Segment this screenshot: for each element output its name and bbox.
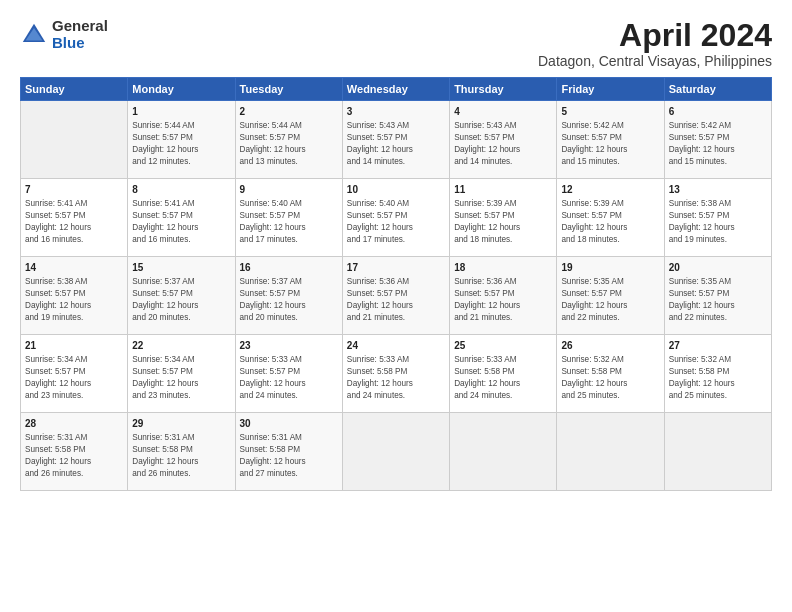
table-row xyxy=(450,413,557,491)
day-info: Sunrise: 5:42 AM Sunset: 5:57 PM Dayligh… xyxy=(561,121,627,166)
day-number: 17 xyxy=(347,261,445,275)
day-number: 8 xyxy=(132,183,230,197)
day-number: 1 xyxy=(132,105,230,119)
day-number: 27 xyxy=(669,339,767,353)
table-row: 4Sunrise: 5:43 AM Sunset: 5:57 PM Daylig… xyxy=(450,101,557,179)
day-number: 9 xyxy=(240,183,338,197)
logo-icon xyxy=(20,21,48,49)
day-number: 26 xyxy=(561,339,659,353)
day-info: Sunrise: 5:36 AM Sunset: 5:57 PM Dayligh… xyxy=(454,277,520,322)
day-info: Sunrise: 5:39 AM Sunset: 5:57 PM Dayligh… xyxy=(561,199,627,244)
table-row: 15Sunrise: 5:37 AM Sunset: 5:57 PM Dayli… xyxy=(128,257,235,335)
table-row: 24Sunrise: 5:33 AM Sunset: 5:58 PM Dayli… xyxy=(342,335,449,413)
day-info: Sunrise: 5:39 AM Sunset: 5:57 PM Dayligh… xyxy=(454,199,520,244)
day-info: Sunrise: 5:38 AM Sunset: 5:57 PM Dayligh… xyxy=(25,277,91,322)
day-number: 14 xyxy=(25,261,123,275)
header-wednesday: Wednesday xyxy=(342,78,449,101)
table-row: 3Sunrise: 5:43 AM Sunset: 5:57 PM Daylig… xyxy=(342,101,449,179)
table-row: 5Sunrise: 5:42 AM Sunset: 5:57 PM Daylig… xyxy=(557,101,664,179)
logo-blue: Blue xyxy=(52,35,108,52)
header-tuesday: Tuesday xyxy=(235,78,342,101)
header-monday: Monday xyxy=(128,78,235,101)
header-thursday: Thursday xyxy=(450,78,557,101)
day-number: 12 xyxy=(561,183,659,197)
logo: General Blue xyxy=(20,18,108,51)
table-row: 1Sunrise: 5:44 AM Sunset: 5:57 PM Daylig… xyxy=(128,101,235,179)
day-info: Sunrise: 5:33 AM Sunset: 5:57 PM Dayligh… xyxy=(240,355,306,400)
page: General Blue April 2024 Datagon, Central… xyxy=(0,0,792,612)
table-row xyxy=(557,413,664,491)
table-row: 6Sunrise: 5:42 AM Sunset: 5:57 PM Daylig… xyxy=(664,101,771,179)
table-row: 7Sunrise: 5:41 AM Sunset: 5:57 PM Daylig… xyxy=(21,179,128,257)
table-row: 9Sunrise: 5:40 AM Sunset: 5:57 PM Daylig… xyxy=(235,179,342,257)
table-row: 30Sunrise: 5:31 AM Sunset: 5:58 PM Dayli… xyxy=(235,413,342,491)
day-info: Sunrise: 5:44 AM Sunset: 5:57 PM Dayligh… xyxy=(240,121,306,166)
day-number: 15 xyxy=(132,261,230,275)
subtitle: Datagon, Central Visayas, Philippines xyxy=(538,53,772,69)
day-number: 29 xyxy=(132,417,230,431)
table-row: 28Sunrise: 5:31 AM Sunset: 5:58 PM Dayli… xyxy=(21,413,128,491)
month-title: April 2024 xyxy=(538,18,772,53)
day-number: 21 xyxy=(25,339,123,353)
day-info: Sunrise: 5:36 AM Sunset: 5:57 PM Dayligh… xyxy=(347,277,413,322)
day-number: 24 xyxy=(347,339,445,353)
day-info: Sunrise: 5:32 AM Sunset: 5:58 PM Dayligh… xyxy=(561,355,627,400)
week-row-5: 28Sunrise: 5:31 AM Sunset: 5:58 PM Dayli… xyxy=(21,413,772,491)
table-row: 23Sunrise: 5:33 AM Sunset: 5:57 PM Dayli… xyxy=(235,335,342,413)
table-row xyxy=(664,413,771,491)
day-info: Sunrise: 5:44 AM Sunset: 5:57 PM Dayligh… xyxy=(132,121,198,166)
table-row: 14Sunrise: 5:38 AM Sunset: 5:57 PM Dayli… xyxy=(21,257,128,335)
day-info: Sunrise: 5:40 AM Sunset: 5:57 PM Dayligh… xyxy=(347,199,413,244)
table-row: 12Sunrise: 5:39 AM Sunset: 5:57 PM Dayli… xyxy=(557,179,664,257)
logo-text: General Blue xyxy=(52,18,108,51)
table-row: 26Sunrise: 5:32 AM Sunset: 5:58 PM Dayli… xyxy=(557,335,664,413)
day-info: Sunrise: 5:37 AM Sunset: 5:57 PM Dayligh… xyxy=(132,277,198,322)
week-row-3: 14Sunrise: 5:38 AM Sunset: 5:57 PM Dayli… xyxy=(21,257,772,335)
table-row: 8Sunrise: 5:41 AM Sunset: 5:57 PM Daylig… xyxy=(128,179,235,257)
day-number: 22 xyxy=(132,339,230,353)
day-info: Sunrise: 5:33 AM Sunset: 5:58 PM Dayligh… xyxy=(454,355,520,400)
table-row: 17Sunrise: 5:36 AM Sunset: 5:57 PM Dayli… xyxy=(342,257,449,335)
day-info: Sunrise: 5:32 AM Sunset: 5:58 PM Dayligh… xyxy=(669,355,735,400)
day-info: Sunrise: 5:43 AM Sunset: 5:57 PM Dayligh… xyxy=(454,121,520,166)
week-row-2: 7Sunrise: 5:41 AM Sunset: 5:57 PM Daylig… xyxy=(21,179,772,257)
day-number: 16 xyxy=(240,261,338,275)
table-row: 11Sunrise: 5:39 AM Sunset: 5:57 PM Dayli… xyxy=(450,179,557,257)
day-info: Sunrise: 5:34 AM Sunset: 5:57 PM Dayligh… xyxy=(25,355,91,400)
day-number: 13 xyxy=(669,183,767,197)
table-row: 13Sunrise: 5:38 AM Sunset: 5:57 PM Dayli… xyxy=(664,179,771,257)
day-info: Sunrise: 5:35 AM Sunset: 5:57 PM Dayligh… xyxy=(669,277,735,322)
header: General Blue April 2024 Datagon, Central… xyxy=(20,18,772,69)
day-number: 18 xyxy=(454,261,552,275)
table-row: 18Sunrise: 5:36 AM Sunset: 5:57 PM Dayli… xyxy=(450,257,557,335)
week-row-1: 1Sunrise: 5:44 AM Sunset: 5:57 PM Daylig… xyxy=(21,101,772,179)
day-info: Sunrise: 5:41 AM Sunset: 5:57 PM Dayligh… xyxy=(132,199,198,244)
table-row: 25Sunrise: 5:33 AM Sunset: 5:58 PM Dayli… xyxy=(450,335,557,413)
day-number: 3 xyxy=(347,105,445,119)
table-row: 21Sunrise: 5:34 AM Sunset: 5:57 PM Dayli… xyxy=(21,335,128,413)
table-row: 29Sunrise: 5:31 AM Sunset: 5:58 PM Dayli… xyxy=(128,413,235,491)
day-number: 25 xyxy=(454,339,552,353)
table-row: 16Sunrise: 5:37 AM Sunset: 5:57 PM Dayli… xyxy=(235,257,342,335)
table-row: 2Sunrise: 5:44 AM Sunset: 5:57 PM Daylig… xyxy=(235,101,342,179)
day-info: Sunrise: 5:31 AM Sunset: 5:58 PM Dayligh… xyxy=(132,433,198,478)
table-row: 27Sunrise: 5:32 AM Sunset: 5:58 PM Dayli… xyxy=(664,335,771,413)
day-number: 7 xyxy=(25,183,123,197)
day-info: Sunrise: 5:37 AM Sunset: 5:57 PM Dayligh… xyxy=(240,277,306,322)
day-info: Sunrise: 5:33 AM Sunset: 5:58 PM Dayligh… xyxy=(347,355,413,400)
table-row: 22Sunrise: 5:34 AM Sunset: 5:57 PM Dayli… xyxy=(128,335,235,413)
day-number: 19 xyxy=(561,261,659,275)
header-row: Sunday Monday Tuesday Wednesday Thursday… xyxy=(21,78,772,101)
day-number: 23 xyxy=(240,339,338,353)
day-number: 4 xyxy=(454,105,552,119)
header-saturday: Saturday xyxy=(664,78,771,101)
day-number: 28 xyxy=(25,417,123,431)
day-number: 30 xyxy=(240,417,338,431)
day-number: 20 xyxy=(669,261,767,275)
day-info: Sunrise: 5:31 AM Sunset: 5:58 PM Dayligh… xyxy=(240,433,306,478)
title-block: April 2024 Datagon, Central Visayas, Phi… xyxy=(538,18,772,69)
table-row: 20Sunrise: 5:35 AM Sunset: 5:57 PM Dayli… xyxy=(664,257,771,335)
day-info: Sunrise: 5:38 AM Sunset: 5:57 PM Dayligh… xyxy=(669,199,735,244)
table-row xyxy=(342,413,449,491)
day-info: Sunrise: 5:40 AM Sunset: 5:57 PM Dayligh… xyxy=(240,199,306,244)
